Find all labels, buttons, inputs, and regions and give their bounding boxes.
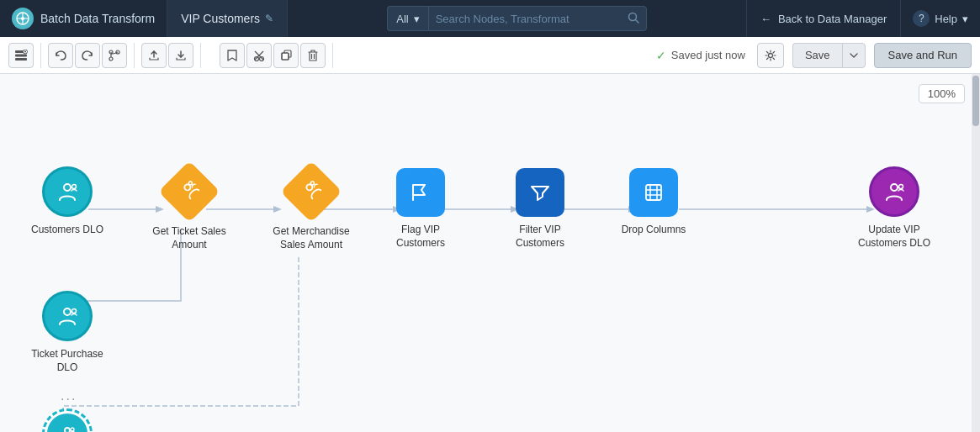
svg-point-52 <box>65 428 70 432</box>
delete-button[interactable] <box>300 43 326 68</box>
node-customers-dlo[interactable]: Customers DLO <box>25 166 109 237</box>
search-box[interactable] <box>428 6 647 31</box>
node-ticket-purchase-dlo[interactable]: Ticket Purchase DLO <box>25 291 109 374</box>
node-merchandise-purchase-dlo[interactable]: Merchandise Purchase DLO <box>25 408 109 432</box>
ticket-purchase-dlo-label: Ticket Purchase DLO <box>25 348 109 374</box>
customers-dlo-label: Customers DLO <box>31 224 103 237</box>
node-flag-vip[interactable]: Flag VIP Customers <box>380 168 461 250</box>
get-ticket-sales-diamond <box>158 161 220 223</box>
flag-vip-icon <box>396 168 445 217</box>
svg-rect-5 <box>15 54 27 56</box>
filter-vip-label: Filter VIP Customers <box>498 224 582 250</box>
download-button[interactable] <box>168 43 193 68</box>
undo-button[interactable] <box>48 43 73 68</box>
saved-label: Saved just now <box>671 49 745 61</box>
app-logo-icon <box>12 8 34 29</box>
scrollbar-thumb[interactable] <box>972 76 979 126</box>
back-label: Back to Data Manager <box>778 13 887 25</box>
help-chevron-icon: ▾ <box>962 13 968 25</box>
upload-button[interactable] <box>141 43 167 68</box>
node-get-merchandise-sales[interactable]: Get Merchandise Sales Amount <box>261 165 362 251</box>
canvas-scrollbar[interactable] <box>972 74 980 432</box>
bookmark-button[interactable] <box>220 43 245 68</box>
update-vip-icon <box>869 166 919 217</box>
nav-logo[interactable]: Batch Data Transform <box>0 0 167 37</box>
svg-point-48 <box>891 184 898 191</box>
help-button[interactable]: ? Help ▾ <box>901 0 980 37</box>
toolbar-group-history <box>48 43 135 68</box>
svg-point-37 <box>72 185 77 189</box>
flow-connectors <box>0 74 967 432</box>
svg-point-51 <box>72 309 77 313</box>
toolbar-group-add <box>8 43 41 68</box>
saved-check-icon: ✓ <box>656 49 666 62</box>
cut-button[interactable] <box>246 43 272 68</box>
filter-vip-icon <box>516 168 564 217</box>
svg-point-50 <box>64 308 71 315</box>
ticket-purchase-dlo-icon <box>42 291 93 341</box>
toolbar-group-edit <box>220 43 333 68</box>
zoom-level: 100% <box>919 84 965 103</box>
tab-label: VIP Customers <box>181 12 260 25</box>
get-ticket-sales-icon-wrap <box>162 165 216 219</box>
save-button-group: Save <box>792 43 866 68</box>
svg-point-53 <box>71 428 74 431</box>
customers-dlo-icon <box>42 166 93 217</box>
svg-rect-6 <box>15 58 27 61</box>
svg-point-36 <box>64 184 71 191</box>
svg-rect-43 <box>646 185 661 200</box>
filter-chevron-icon: ▾ <box>414 13 420 25</box>
save-button[interactable]: Save <box>792 43 842 68</box>
help-label: Help <box>935 13 957 25</box>
svg-rect-19 <box>282 53 289 60</box>
filter-label: All <box>396 13 408 25</box>
get-ticket-sales-icon <box>180 180 199 203</box>
save-dropdown-button[interactable] <box>842 43 866 68</box>
svg-point-1 <box>21 17 24 20</box>
update-vip-label: Update VIP Customers DLO <box>852 224 936 250</box>
svg-point-23 <box>768 53 772 57</box>
add-node-button[interactable] <box>8 43 34 68</box>
toolbar-group-import <box>141 43 201 68</box>
get-ticket-sales-label: Get Ticket Sales Amount <box>143 225 236 251</box>
edit-tab-icon[interactable]: ✎ <box>265 13 273 24</box>
nav-tab-vip-customers[interactable]: VIP Customers ✎ <box>167 0 288 37</box>
node-filter-vip[interactable]: Filter VIP Customers <box>498 168 582 250</box>
branch-button[interactable] <box>102 43 127 68</box>
back-arrow-icon: ← <box>760 13 771 25</box>
settings-button[interactable] <box>757 43 784 68</box>
svg-point-11 <box>109 57 113 61</box>
node-update-vip[interactable]: Update VIP Customers DLO <box>852 166 936 250</box>
drop-columns-label: Drop Columns <box>622 224 686 237</box>
redo-button[interactable] <box>75 43 100 68</box>
filter-select[interactable]: All ▾ <box>387 6 427 31</box>
copy-button[interactable] <box>273 43 299 68</box>
get-merchandise-sales-label: Get Merchandise Sales Amount <box>261 225 362 251</box>
toolbar: ✓ Saved just now Save Save and Run <box>0 37 980 74</box>
svg-point-49 <box>899 185 903 189</box>
nav-search-area: All ▾ <box>288 6 746 31</box>
svg-line-3 <box>635 19 638 23</box>
save-and-run-button[interactable]: Save and Run <box>874 43 972 68</box>
search-icon <box>621 12 646 26</box>
get-merchandise-sales-diamond <box>280 161 342 223</box>
app-title: Batch Data Transform <box>40 12 155 25</box>
ellipsis-dots: ··· <box>61 392 77 407</box>
help-question-icon: ? <box>913 10 930 27</box>
drop-columns-icon <box>629 168 678 217</box>
merchandise-purchase-dlo-icon <box>42 408 93 432</box>
node-get-ticket-sales[interactable]: Get Ticket Sales Amount <box>143 165 236 251</box>
back-to-data-manager-button[interactable]: ← Back to Data Manager <box>746 0 901 37</box>
top-nav: Batch Data Transform VIP Customers ✎ All… <box>0 0 980 37</box>
flag-vip-label: Flag VIP Customers <box>380 224 461 250</box>
saved-status: ✓ Saved just now <box>656 49 745 62</box>
get-merchandise-sales-icon <box>302 180 320 203</box>
node-drop-columns[interactable]: Drop Columns <box>616 168 691 237</box>
canvas[interactable]: 100% Customers DLO <box>0 74 980 432</box>
get-merchandise-sales-icon-wrap <box>284 165 338 219</box>
search-input[interactable] <box>429 13 621 25</box>
